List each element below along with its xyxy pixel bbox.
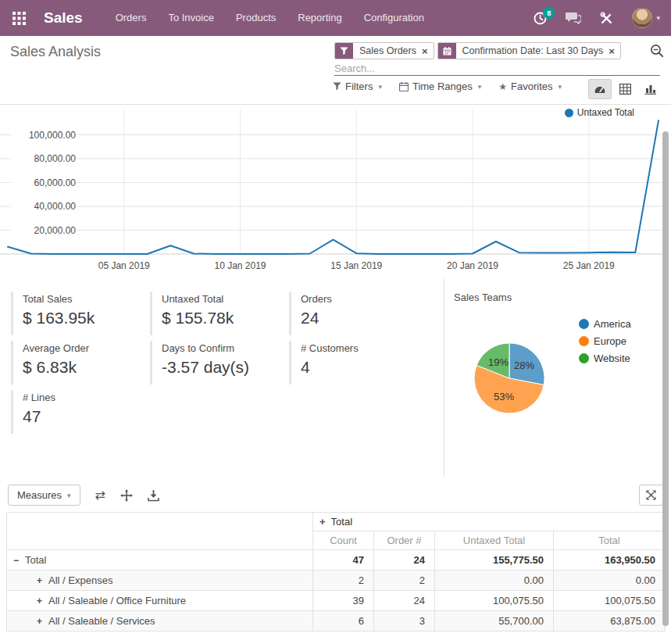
user-menu[interactable]: ▾	[632, 8, 660, 28]
nav-item-configuration[interactable]: Configuration	[364, 0, 424, 36]
cell-total: 63,875.00	[554, 611, 666, 631]
cell-order: 3	[374, 611, 435, 631]
pivot-column-group-total[interactable]: +Total	[313, 513, 666, 531]
row-header-services[interactable]: +All / Saleable / Services	[7, 611, 313, 631]
chat-bubbles-icon	[566, 12, 581, 24]
chevron-down-icon: ▾	[478, 83, 482, 91]
facet-sales-orders[interactable]: Sales Orders ×	[334, 42, 434, 59]
search-input[interactable]	[334, 62, 660, 76]
column-header-count[interactable]: Count	[313, 531, 374, 550]
cell-untaxed-total: 55,700.00	[435, 611, 554, 631]
activity-badge: 8	[543, 7, 555, 19]
cell-order: 2	[374, 571, 435, 591]
time-ranges-button[interactable]: Time Ranges ▾	[399, 80, 481, 92]
kpi-label: # Customers	[301, 342, 422, 354]
expand-all-icon[interactable]	[120, 489, 133, 502]
control-panel: Sales Analysis Sales Orders ×	[0, 36, 671, 105]
search-icon[interactable]	[650, 44, 664, 61]
apps-menu-icon[interactable]	[11, 10, 27, 26]
filters-label: Filters	[345, 80, 373, 92]
svg-text:28%: 28%	[514, 360, 534, 371]
favorites-label: Favorites	[511, 80, 552, 92]
facet-confirmation-date[interactable]: Confirmation Date: Last 30 Days ×	[437, 42, 621, 59]
svg-text:20,000.00: 20,000.00	[34, 225, 77, 236]
dashboard-view-button[interactable]	[588, 79, 612, 99]
nav-item-products[interactable]: Products	[236, 0, 276, 36]
facet-remove-icon[interactable]: ×	[609, 43, 620, 59]
chevron-down-icon: ▾	[656, 14, 660, 22]
fullscreen-button[interactable]	[639, 485, 663, 506]
legend-label: Website	[594, 352, 630, 364]
messages-icon[interactable]	[566, 12, 581, 24]
view-switcher	[588, 79, 662, 99]
developer-tools-icon[interactable]	[600, 12, 613, 25]
pivot-view-button[interactable]	[613, 79, 637, 99]
graph-view-button[interactable]	[638, 79, 662, 99]
legend-dot	[579, 336, 589, 346]
app-title[interactable]: Sales	[44, 9, 83, 27]
kpi-label: Days to Confirm	[162, 342, 283, 354]
kpi-value: $ 6.83k	[23, 358, 144, 377]
cell-total: 0.00	[554, 571, 666, 591]
kpi-value: 47	[23, 407, 144, 426]
untaxed-total-line-chart: 20,000.0040,000.0060,000.0080,000.00100,…	[0, 105, 671, 279]
row-header-expenses[interactable]: +All / Expenses	[7, 571, 313, 591]
measures-button[interactable]: Measures ▾	[8, 485, 80, 506]
column-header-untaxed-total[interactable]: Untaxed Total	[435, 531, 554, 550]
svg-text:10 Jan 2019: 10 Jan 2019	[214, 260, 266, 271]
measures-label: Measures	[17, 489, 62, 501]
row-label: All / Expenses	[48, 574, 112, 586]
expand-arrows-icon	[646, 490, 656, 500]
pivot-toolbar: Measures ▾ ⇄	[0, 477, 671, 510]
cell-total: 163,950.50	[554, 550, 666, 571]
sales-teams-panel: Sales Teams 28%53%19% America Europe Web…	[444, 279, 671, 477]
activity-clock-icon[interactable]: 8	[534, 12, 547, 25]
nav-item-to-invoice[interactable]: To Invoice	[168, 0, 214, 36]
svg-text:100,000.00: 100,000.00	[29, 130, 76, 141]
user-avatar	[632, 8, 652, 28]
line-chart-section: Untaxed Total 20,000.0040,000.0060,000.0…	[0, 105, 671, 279]
kpi-orders: Orders 24	[289, 292, 428, 335]
cell-untaxed-total: 155,775.50	[435, 550, 554, 571]
legend-item-europe: Europe	[579, 332, 631, 349]
filter-icon	[335, 43, 353, 59]
filters-button[interactable]: Filters ▾	[333, 80, 382, 92]
kpi-value: $ 155.78k	[162, 309, 283, 327]
vertical-scrollbar[interactable]	[662, 131, 669, 626]
legend-dot	[579, 319, 589, 329]
download-icon[interactable]	[148, 489, 159, 502]
kpi-untaxed-total: Untaxed Total $ 155.78k	[150, 292, 289, 335]
cell-count: 2	[313, 571, 374, 591]
legend-label: Untaxed Total	[577, 107, 634, 118]
cell-order: 24	[374, 591, 435, 611]
svg-text:15 Jan 2019: 15 Jan 2019	[330, 260, 382, 271]
kpi-lines: # Lines 47	[11, 390, 150, 434]
nav-item-reporting[interactable]: Reporting	[298, 0, 341, 36]
nav-item-orders[interactable]: Orders	[116, 0, 147, 36]
kpi-value: 4	[301, 358, 422, 377]
kpi-average-order: Average Order $ 6.83k	[11, 341, 150, 385]
sales-teams-title: Sales Teams	[454, 292, 512, 303]
star-icon: ★	[498, 81, 507, 92]
svg-text:20 Jan 2019: 20 Jan 2019	[447, 260, 498, 271]
plus-icon: +	[37, 575, 42, 586]
facet-remove-icon[interactable]: ×	[422, 43, 434, 59]
search-option-buttons: Filters ▾ Time Ranges ▾ ★ Favorites ▾	[333, 80, 562, 92]
svg-text:05 Jan 2019: 05 Jan 2019	[98, 260, 150, 271]
gauge-icon	[594, 84, 606, 95]
row-header-office-furniture[interactable]: +All / Saleable / Office Furniture	[7, 591, 313, 611]
column-header-order[interactable]: Order #	[374, 531, 435, 550]
row-label: All / Saleable / Office Furniture	[48, 595, 186, 606]
svg-text:53%: 53%	[494, 391, 514, 402]
row-header-total[interactable]: −Total	[7, 550, 313, 571]
flip-axis-icon[interactable]: ⇄	[95, 489, 105, 502]
favorites-button[interactable]: ★ Favorites ▾	[498, 80, 562, 92]
chevron-down-icon: ▾	[559, 83, 562, 91]
pie-legend: America Europe Website	[579, 315, 631, 367]
column-header-total[interactable]: Total	[554, 531, 666, 550]
kpi-dashboard: Total Sales $ 163.95k Untaxed Total $ 15…	[0, 279, 671, 477]
sales-analysis-page: Sales Orders To Invoice Products Reporti…	[0, 0, 671, 644]
pivot-corner-cell	[7, 513, 313, 550]
plus-icon: +	[319, 516, 326, 528]
cell-count: 47	[313, 550, 374, 571]
